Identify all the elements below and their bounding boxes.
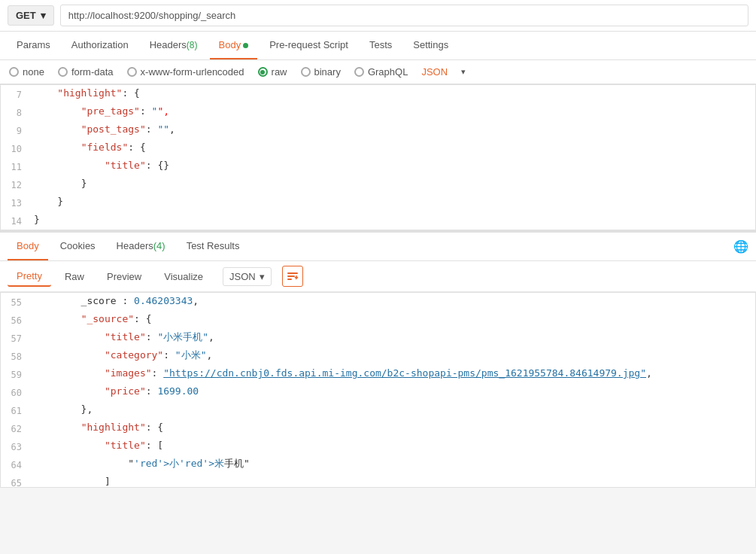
tab-params[interactable]: Params: [8, 32, 59, 59]
response-tab-body[interactable]: Body: [8, 233, 48, 260]
line-number: 55: [1, 293, 31, 311]
line-number: 10: [1, 139, 31, 157]
line-content[interactable]: "title": "小米手机",: [31, 329, 755, 345]
globe-icon[interactable]: 🌐: [733, 239, 748, 254]
response-code-line: 60 "price": 1699.00: [1, 383, 755, 401]
format-preview[interactable]: Preview: [98, 267, 150, 286]
radio-url-encoded-circle: [127, 67, 137, 77]
line-content[interactable]: "fields": {: [31, 139, 755, 156]
radio-raw-circle: [258, 67, 268, 77]
response-tab-cookies[interactable]: Cookies: [51, 233, 105, 260]
line-content[interactable]: "images": "https://cdn.cnbj0.fds.api.mi-…: [31, 365, 755, 382]
line-content[interactable]: "title": [: [31, 437, 755, 454]
line-number: 14: [1, 212, 31, 230]
line-content[interactable]: "highlight": {: [31, 85, 755, 102]
radio-binary[interactable]: binary: [301, 66, 341, 78]
response-tab-headers-label: Headers: [117, 240, 153, 251]
line-number: 7: [1, 85, 31, 103]
tab-body-dot: [243, 43, 248, 48]
response-section: Body Cookies Headers(4) Test Results 🌐 P…: [0, 230, 756, 488]
line-number: 8: [1, 103, 31, 121]
line-content[interactable]: },: [31, 401, 755, 418]
response-code-line: 59 "images": "https://cdn.cnbj0.fds.api.…: [1, 365, 755, 383]
json-type-label[interactable]: JSON: [421, 66, 448, 78]
tab-headers-badge: (8): [187, 40, 198, 50]
line-number: 56: [1, 311, 31, 329]
line-number: 62: [1, 419, 31, 437]
request-code-line: 10 "fields": {: [1, 139, 755, 157]
radio-graphql[interactable]: GraphQL: [354, 66, 408, 78]
line-content[interactable]: }: [31, 193, 755, 210]
tab-body-label: Body: [219, 39, 241, 50]
radio-raw[interactable]: raw: [258, 66, 287, 78]
line-number: 9: [1, 121, 31, 139]
response-tabs-row: Body Cookies Headers(4) Test Results 🌐: [0, 233, 756, 261]
response-code-line: 57 "title": "小米手机",: [1, 329, 755, 347]
format-raw[interactable]: Raw: [56, 267, 93, 286]
line-content[interactable]: "pre_tags": "",: [31, 103, 755, 120]
tab-settings[interactable]: Settings: [404, 32, 457, 59]
response-code-line: 58 "category": "小米",: [1, 347, 755, 365]
line-number: 11: [1, 157, 31, 175]
tab-headers[interactable]: Headers(8): [141, 32, 207, 59]
line-content[interactable]: _score : 0.46203343,: [31, 293, 755, 309]
radio-none[interactable]: none: [9, 66, 44, 78]
svg-rect-2: [287, 279, 292, 280]
format-type-arrow: ▾: [260, 271, 265, 282]
line-content[interactable]: }: [31, 175, 755, 192]
line-content[interactable]: }: [31, 212, 755, 228]
url-bar: GET ▾: [0, 0, 756, 32]
line-content[interactable]: "'red'>小'red'>米手机": [31, 455, 755, 472]
radio-binary-label: binary: [314, 66, 341, 78]
line-number: 12: [1, 175, 31, 193]
request-code-line: 7 "highlight": {: [1, 85, 755, 103]
line-content[interactable]: "_source": {: [31, 311, 755, 327]
response-format-row: Pretty Raw Preview Visualize JSON ▾: [0, 261, 756, 292]
format-visualize[interactable]: Visualize: [155, 267, 212, 286]
line-number: 59: [1, 365, 31, 383]
request-code-line: 14}: [1, 212, 755, 230]
response-code-lines: 55 _score : 0.46203343,56 "_source": {57…: [1, 293, 755, 488]
radio-url-encoded[interactable]: x-www-form-urlencoded: [127, 66, 244, 78]
radio-form-data-label: form-data: [71, 66, 114, 78]
line-number: 61: [1, 401, 31, 419]
tab-tests[interactable]: Tests: [360, 32, 401, 59]
line-content[interactable]: "highlight": {: [31, 419, 755, 436]
line-content[interactable]: "price": 1699.00: [31, 383, 755, 400]
response-tab-test-results[interactable]: Test Results: [178, 233, 249, 260]
url-input[interactable]: [60, 5, 748, 26]
radio-none-circle: [9, 67, 19, 77]
response-code-line: 61 },: [1, 401, 755, 419]
format-type-selector[interactable]: JSON ▾: [223, 267, 272, 286]
json-dropdown-arrow[interactable]: ▾: [461, 67, 466, 77]
radio-graphql-circle: [354, 67, 364, 77]
request-code-line: 9 "post_tags": "",: [1, 121, 755, 139]
request-code-area: 7 "highlight": {8 "pre_tags": "",9 "post…: [0, 84, 756, 230]
radio-url-encoded-label: x-www-form-urlencoded: [141, 66, 244, 78]
line-number: 64: [1, 455, 31, 473]
line-number: 65: [1, 473, 31, 488]
format-type-label: JSON: [229, 271, 256, 282]
method-select[interactable]: GET ▾: [8, 5, 54, 26]
request-code-line: 12 }: [1, 175, 755, 193]
response-tab-headers[interactable]: Headers(4): [108, 233, 175, 260]
line-content[interactable]: ]: [31, 473, 755, 488]
response-code-line: 65 ]: [1, 473, 755, 488]
line-content[interactable]: "category": "小米",: [31, 347, 755, 364]
tab-authorization[interactable]: Authorization: [62, 32, 138, 59]
svg-rect-0: [287, 272, 298, 274]
format-pretty[interactable]: Pretty: [8, 266, 51, 287]
line-number: 57: [1, 329, 31, 347]
response-code-line: 62 "highlight": {: [1, 419, 755, 437]
wrap-lines-button[interactable]: [282, 266, 303, 287]
line-number: 63: [1, 437, 31, 455]
line-content[interactable]: "post_tags": "",: [31, 121, 755, 138]
request-code-lines: 7 "highlight": {8 "pre_tags": "",9 "post…: [1, 85, 755, 230]
line-content[interactable]: "title": {}: [31, 157, 755, 174]
radio-form-data[interactable]: form-data: [58, 66, 114, 78]
radio-raw-label: raw: [272, 66, 287, 78]
radio-binary-circle: [301, 67, 311, 77]
tab-pre-request[interactable]: Pre-request Script: [260, 32, 357, 59]
tab-body[interactable]: Body: [210, 32, 258, 59]
response-tab-headers-badge: (4): [153, 240, 165, 251]
